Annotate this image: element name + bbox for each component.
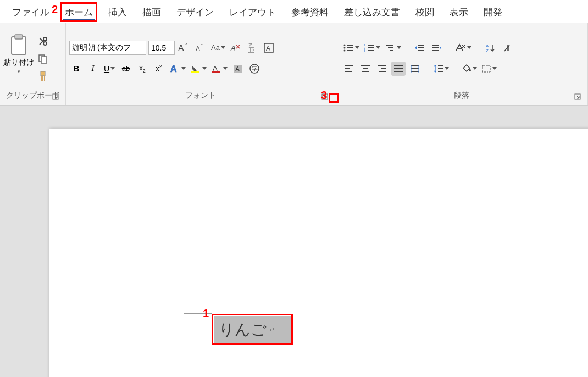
numbered-list-button[interactable]: 123: [363, 41, 381, 55]
document-page[interactable]: [49, 129, 588, 377]
superscript-button[interactable]: x2: [152, 62, 166, 76]
change-case-button[interactable]: Aa: [210, 41, 226, 55]
copy-button[interactable]: [36, 52, 49, 65]
change-case-icon: Aa: [211, 43, 220, 52]
svg-text:A: A: [230, 44, 236, 52]
italic-button[interactable]: I: [86, 62, 100, 76]
svg-rect-58: [394, 65, 403, 66]
asian-layout-icon: [455, 43, 466, 53]
svg-rect-27: [347, 45, 353, 46]
svg-rect-39: [388, 47, 393, 48]
svg-rect-20: [212, 71, 220, 73]
distribute-icon: [410, 65, 420, 73]
svg-point-30: [344, 49, 346, 51]
group-clipboard: 貼り付け ▾ クリップボード: [0, 23, 66, 105]
selected-text[interactable]: りんご ↵: [214, 316, 291, 343]
align-center-button[interactable]: [358, 62, 373, 76]
align-left-button[interactable]: [342, 62, 356, 76]
tab-references[interactable]: 参考資料: [284, 2, 336, 22]
svg-rect-64: [438, 65, 443, 66]
cut-button[interactable]: [36, 35, 49, 48]
increase-indent-button[interactable]: [429, 41, 443, 55]
tab-review[interactable]: 校閲: [408, 2, 442, 22]
paragraph-launcher[interactable]: [573, 92, 582, 101]
subscript-icon: x2: [139, 64, 146, 74]
align-right-button[interactable]: [375, 62, 389, 76]
text-effects-button[interactable]: A: [168, 62, 187, 76]
svg-rect-53: [363, 68, 368, 69]
underline-button[interactable]: U: [102, 62, 117, 76]
align-right-icon: [377, 65, 387, 73]
highlighter-icon: [190, 64, 201, 74]
line-spacing-button[interactable]: [432, 62, 450, 76]
selected-text-content: りんご: [219, 319, 267, 340]
svg-rect-37: [368, 50, 374, 51]
show-marks-button[interactable]: [500, 41, 514, 55]
svg-rect-44: [432, 45, 439, 46]
increase-font-button[interactable]: A^: [177, 41, 191, 55]
svg-rect-56: [381, 68, 386, 69]
shading-button[interactable]: [461, 62, 478, 76]
svg-text:A: A: [213, 64, 218, 73]
svg-point-2: [43, 37, 47, 41]
justify-button[interactable]: [391, 62, 406, 76]
distribute-button[interactable]: [408, 62, 422, 76]
copy-icon: [37, 53, 48, 64]
tab-file[interactable]: ファイル: [4, 2, 57, 22]
svg-rect-38: [386, 45, 393, 46]
clipboard-launcher[interactable]: [51, 92, 60, 101]
align-center-icon: [360, 65, 370, 73]
font-size-select[interactable]: [148, 41, 175, 55]
character-border-button[interactable]: A: [262, 41, 276, 55]
decrease-indent-button[interactable]: [413, 41, 427, 55]
svg-text:3: 3: [364, 49, 365, 52]
cursor-vertical-mark: [212, 280, 212, 313]
svg-rect-68: [482, 65, 490, 72]
bold-icon: B: [74, 64, 80, 73]
bullet-list-button[interactable]: [342, 41, 360, 55]
multilevel-list-button[interactable]: [384, 41, 402, 55]
paste-button[interactable]: 貼り付け ▾: [3, 34, 34, 74]
tab-developer[interactable]: 開発: [476, 2, 510, 22]
subscript-button[interactable]: x2: [135, 62, 149, 76]
font-family-select[interactable]: [69, 41, 146, 55]
phonetic-guide-button[interactable]: ア亜: [245, 41, 259, 55]
strikethrough-button[interactable]: ab: [119, 62, 133, 76]
bucket-icon: [462, 64, 471, 73]
svg-text:A: A: [486, 43, 489, 48]
borders-button[interactable]: [480, 62, 498, 76]
svg-rect-33: [368, 45, 374, 46]
annotation-2: 2: [52, 3, 58, 16]
tab-insert[interactable]: 挿入: [101, 2, 135, 22]
tab-design[interactable]: デザイン: [169, 2, 221, 22]
svg-rect-57: [379, 71, 386, 72]
chevron-down-icon: ▾: [18, 69, 20, 74]
tab-home[interactable]: ホーム: [57, 2, 101, 22]
font-color-button[interactable]: A: [210, 62, 229, 76]
clear-formatting-button[interactable]: A: [229, 41, 243, 55]
bold-button[interactable]: B: [69, 62, 84, 76]
svg-rect-49: [345, 65, 353, 66]
paintbrush-icon: [37, 70, 48, 82]
svg-rect-65: [438, 68, 443, 69]
format-painter-button[interactable]: [36, 70, 49, 83]
svg-rect-18: [191, 71, 199, 73]
enclose-char-button[interactable]: 字: [247, 62, 262, 76]
sort-button[interactable]: AZ: [483, 41, 497, 55]
tab-draw[interactable]: 描画: [135, 2, 169, 22]
borders-icon: [481, 64, 491, 73]
tab-layout[interactable]: レイアウト: [221, 2, 284, 22]
enclose-icon: 字: [249, 63, 260, 74]
tab-view[interactable]: 表示: [442, 2, 476, 22]
svg-point-28: [344, 47, 346, 48]
indent-icon: [431, 43, 442, 52]
asian-layout-button[interactable]: [454, 41, 473, 55]
decrease-font-button[interactable]: Aˇ: [193, 41, 208, 55]
svg-rect-29: [347, 47, 353, 48]
svg-rect-60: [394, 71, 403, 72]
svg-text:A: A: [196, 45, 200, 53]
svg-rect-45: [432, 47, 439, 48]
char-shading-button[interactable]: A: [231, 62, 245, 76]
tab-mailings[interactable]: 差し込み文書: [336, 2, 408, 22]
highlight-button[interactable]: [189, 62, 208, 76]
